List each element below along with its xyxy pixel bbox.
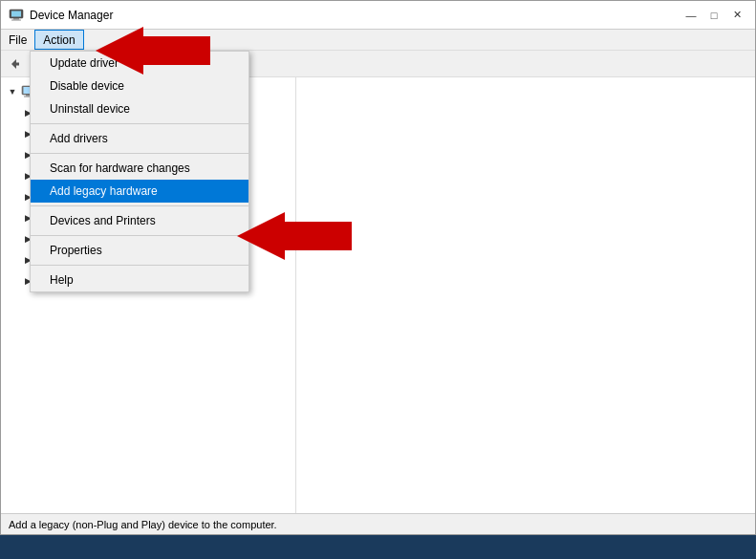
svg-rect-3 xyxy=(11,19,21,20)
dropdown-add-legacy[interactable]: Add legacy hardware xyxy=(31,180,248,203)
dropdown-add-drivers[interactable]: Add drivers xyxy=(31,127,248,150)
back-button[interactable] xyxy=(5,54,26,75)
dropdown-sep-3 xyxy=(31,205,248,206)
dropdown-sep-5 xyxy=(31,265,248,266)
status-bar: Add a legacy (non-Plug and Play) device … xyxy=(1,513,755,534)
maximize-button[interactable]: □ xyxy=(703,5,724,26)
close-button[interactable]: ✕ xyxy=(726,5,747,26)
svg-marker-4 xyxy=(11,59,16,69)
back-icon xyxy=(9,57,22,71)
svg-rect-5 xyxy=(16,62,19,65)
menu-bar: File Action Update driver Disable device… xyxy=(1,30,755,51)
svg-rect-1 xyxy=(11,11,21,16)
title-bar: Device Manager — □ ✕ xyxy=(1,1,755,30)
dropdown-properties[interactable]: Properties xyxy=(31,239,248,262)
root-expander[interactable]: ▼ xyxy=(5,84,20,99)
title-bar-left: Device Manager xyxy=(9,8,113,23)
dropdown-update-driver[interactable]: Update driver xyxy=(31,52,248,75)
dropdown-sep-2 xyxy=(31,153,248,154)
file-menu[interactable]: File xyxy=(1,30,34,50)
window-title: Device Manager xyxy=(30,9,113,22)
dropdown-scan-hardware[interactable]: Scan for hardware changes xyxy=(31,157,248,180)
dropdown-uninstall-device[interactable]: Uninstall device xyxy=(31,97,248,120)
dropdown-help[interactable]: Help xyxy=(31,269,248,291)
dropdown-disable-device[interactable]: Disable device xyxy=(31,75,248,97)
svg-rect-2 xyxy=(13,18,19,20)
status-text: Add a legacy (non-Plug and Play) device … xyxy=(9,519,277,530)
right-panel xyxy=(296,77,755,513)
action-dropdown: Update driver Disable device Uninstall d… xyxy=(30,51,249,292)
main-window: Device Manager — □ ✕ File Action Update … xyxy=(0,0,756,535)
dropdown-sep-1 xyxy=(31,123,248,124)
action-menu[interactable]: Action xyxy=(34,30,83,50)
dropdown-sep-4 xyxy=(31,235,248,236)
dropdown-devices-printers[interactable]: Devices and Printers xyxy=(31,209,248,232)
minimize-button[interactable]: — xyxy=(680,5,702,26)
title-bar-controls: — □ ✕ xyxy=(680,5,747,26)
window-icon xyxy=(9,8,24,23)
